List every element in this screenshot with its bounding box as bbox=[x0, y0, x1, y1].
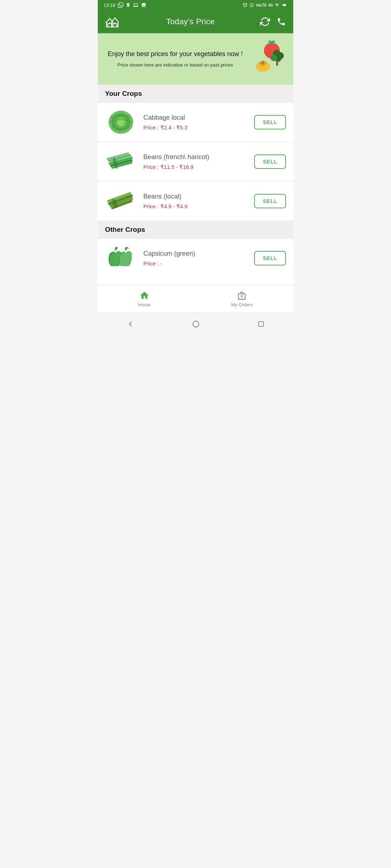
cabbage-icon bbox=[105, 109, 137, 135]
banner-text-area: Enjoy the best prices for your vegetable… bbox=[106, 50, 244, 68]
nav-home-button[interactable]: Home bbox=[127, 289, 161, 309]
svg-rect-27 bbox=[258, 322, 263, 326]
alarm-icon bbox=[243, 3, 248, 8]
android-home-button[interactable] bbox=[189, 317, 203, 332]
svg-rect-7 bbox=[276, 60, 278, 66]
signal-icon bbox=[274, 3, 279, 7]
beans-french-price: Price : ₹11.5 - ₹16.9 bbox=[143, 164, 254, 170]
beans-french-price-label: Price : bbox=[143, 164, 159, 170]
crop-item-capsicum: Capsicum (green) Price : - SELL bbox=[98, 239, 293, 278]
signal-circle-icon bbox=[249, 3, 254, 8]
other-crops-header: Other Crops bbox=[98, 221, 293, 239]
beans-local-sell-button[interactable]: SELL bbox=[254, 194, 286, 208]
capsicum-icon bbox=[105, 245, 137, 271]
capsicum-name: Capsicum (green) bbox=[143, 250, 254, 258]
your-crops-header: Your Crops bbox=[98, 85, 293, 103]
capsicum-price-label: Price : bbox=[143, 260, 159, 267]
status-left: 13:18 bbox=[104, 2, 147, 8]
svg-point-26 bbox=[193, 321, 199, 327]
crop-item-beans-local: Beans (local) Price : ₹4.9 - ₹4.9 SELL bbox=[98, 182, 293, 221]
crop-item-cabbage: Cabbage local Price : ₹2.4 - ₹5.3 SELL bbox=[98, 103, 293, 142]
capsicum-price: Price : - bbox=[143, 260, 254, 267]
banner-headline: Enjoy the best prices for your vegetable… bbox=[106, 50, 244, 59]
battery-icon bbox=[281, 3, 287, 7]
beans-french-icon bbox=[105, 149, 137, 175]
cabbage-sell-button[interactable]: SELL bbox=[254, 115, 286, 129]
maps-icon bbox=[126, 3, 131, 8]
your-crops-list: Cabbage local Price : ₹2.4 - ₹5.3 SELL bbox=[98, 103, 293, 221]
beans-local-info: Beans (local) Price : ₹4.9 - ₹4.9 bbox=[143, 193, 254, 210]
capsicum-info: Capsicum (green) Price : - bbox=[143, 250, 254, 267]
whatsapp-icon bbox=[118, 2, 123, 8]
bottom-navigation: Home My Orders bbox=[98, 285, 293, 312]
your-crops-title: Your Crops bbox=[105, 90, 142, 97]
laptop-icon bbox=[133, 3, 139, 8]
other-crops-list: Capsicum (green) Price : - SELL bbox=[98, 239, 293, 278]
beans-local-icon bbox=[105, 188, 137, 214]
beans-french-price-range: ₹11.5 - ₹16.9 bbox=[160, 164, 194, 170]
capsicum-price-range: - bbox=[160, 260, 162, 267]
beans-french-info: Beans (french\ haricot) Price : ₹11.5 - … bbox=[143, 153, 254, 170]
gallery-icon bbox=[141, 3, 147, 8]
time-display: 13:18 bbox=[104, 3, 115, 8]
android-nav-bar bbox=[98, 312, 293, 336]
cabbage-name: Cabbage local bbox=[143, 114, 254, 122]
banner-subtext: Price shown here are indicative or based… bbox=[106, 62, 244, 68]
capsicum-sell-button[interactable]: SELL bbox=[254, 251, 286, 265]
nav-orders-label: My Orders bbox=[231, 302, 253, 307]
beans-french-name: Beans (french\ haricot) bbox=[143, 153, 254, 161]
other-crops-title: Other Crops bbox=[105, 226, 145, 233]
banner-veggie-icons bbox=[248, 41, 285, 77]
cabbage-price-range: ₹2.4 - ₹5.3 bbox=[160, 124, 188, 131]
cabbage-price-label: Price : bbox=[143, 124, 159, 131]
svg-rect-10 bbox=[262, 61, 264, 64]
svg-point-2 bbox=[270, 41, 274, 44]
phone-button[interactable] bbox=[277, 17, 286, 26]
app-bar-actions bbox=[260, 17, 286, 27]
beans-local-name: Beans (local) bbox=[143, 193, 254, 200]
nav-home-label: Home bbox=[138, 302, 151, 307]
4g-label: 4G bbox=[268, 3, 273, 7]
page-title: Today's Price bbox=[166, 17, 215, 26]
home-nav-button[interactable] bbox=[105, 15, 121, 28]
android-recent-button[interactable] bbox=[255, 318, 268, 332]
android-back-button[interactable] bbox=[123, 317, 137, 332]
beans-local-price-range: ₹4.9 - ₹4.9 bbox=[160, 203, 188, 209]
volte-label: VoLTE bbox=[256, 3, 266, 7]
svg-point-6 bbox=[270, 55, 277, 61]
crop-item-beans-french: Beans (french\ haricot) Price : ₹11.5 - … bbox=[98, 142, 293, 182]
promo-banner: Enjoy the best prices for your vegetable… bbox=[98, 33, 293, 85]
status-bar: 13:18 VoLTE 4G bbox=[98, 0, 293, 10]
beans-local-price: Price : ₹4.9 - ₹4.9 bbox=[143, 203, 254, 210]
cabbage-info: Cabbage local Price : ₹2.4 - ₹5.3 bbox=[143, 114, 254, 131]
nav-orders-button[interactable]: My Orders bbox=[220, 289, 264, 309]
refresh-button[interactable] bbox=[260, 17, 270, 27]
status-right: VoLTE 4G bbox=[243, 3, 287, 8]
app-bar: Today's Price bbox=[98, 10, 293, 33]
cabbage-price: Price : ₹2.4 - ₹5.3 bbox=[143, 124, 254, 131]
beans-local-price-label: Price : bbox=[143, 203, 159, 209]
beans-french-sell-button[interactable]: SELL bbox=[254, 154, 286, 169]
